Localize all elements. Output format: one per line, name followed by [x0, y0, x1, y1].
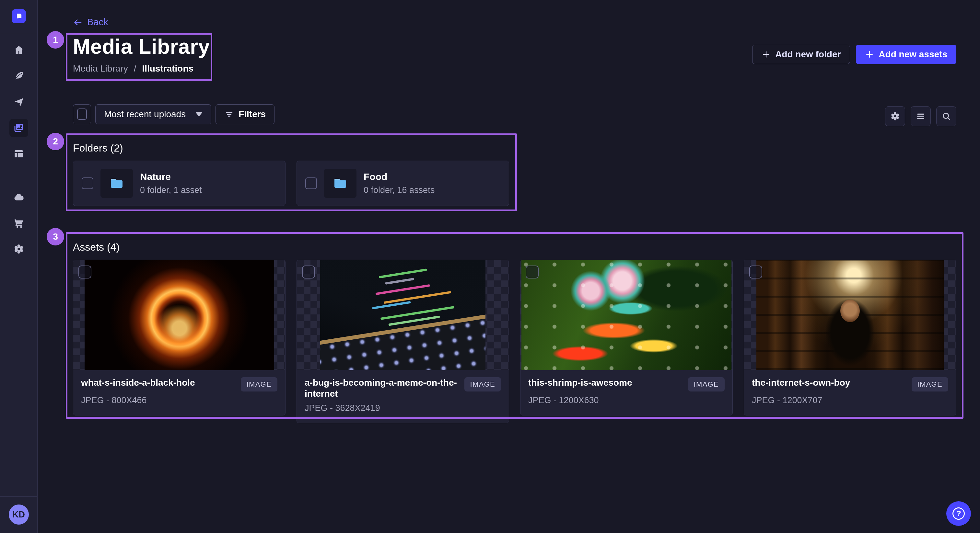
home-icon — [13, 44, 25, 56]
back-label: Back — [87, 17, 108, 27]
page-title: Media Library — [73, 35, 210, 58]
breadcrumb-parent[interactable]: Media Library — [73, 63, 128, 74]
paper-plane-icon — [13, 96, 25, 108]
sidebar-item-release[interactable] — [10, 93, 28, 111]
layout-icon — [13, 148, 25, 160]
folder-icon — [332, 176, 348, 191]
sidebar-item-marketplace[interactable] — [10, 214, 28, 232]
person-silhouette-art — [819, 286, 881, 370]
asset-card-internets-own-boy: the-internet-s-own-boy IMAGE JPEG - 1200… — [744, 260, 956, 416]
feather-icon — [13, 70, 25, 82]
sidebar-item-cloud[interactable] — [10, 188, 28, 206]
chevron-down-icon — [196, 112, 202, 117]
help-button[interactable]: ? — [946, 501, 971, 526]
asset-thumbnail[interactable] — [297, 260, 509, 370]
breadcrumb: Media Library / Illustrations — [73, 63, 210, 74]
filter-icon — [224, 109, 234, 119]
folder-text: Nature 0 folder, 1 asset — [140, 171, 202, 195]
sidebar-item-home[interactable] — [10, 41, 28, 59]
media-library-icon — [13, 122, 25, 134]
folder-card-food[interactable]: Food 0 folder, 16 assets — [296, 160, 509, 206]
asset-checkbox[interactable] — [302, 265, 315, 279]
sidebar-nav — [0, 34, 37, 258]
asset-name: what-s-inside-a-black-hole — [81, 377, 195, 388]
asset-name: a-bug-is-becoming-a-meme-on-the-internet — [305, 377, 458, 399]
main-content: Back Media Library Media Library / Illus… — [38, 0, 980, 423]
folders-section-title: Folders (2) — [73, 142, 956, 154]
folder-icon-tile — [100, 169, 133, 198]
cloud-icon — [13, 191, 25, 203]
title-block: Media Library Media Library / Illustrati… — [73, 35, 210, 74]
asset-checkbox[interactable] — [78, 265, 91, 279]
add-new-assets-button[interactable]: Add new assets — [856, 45, 956, 64]
plus-icon — [762, 50, 771, 59]
asset-meta: JPEG - 1200X630 — [528, 395, 725, 405]
sidebar-item-content-manager[interactable] — [10, 67, 28, 85]
folder-text: Food 0 folder, 16 assets — [364, 171, 434, 195]
search-button[interactable] — [936, 106, 956, 126]
cart-icon — [13, 217, 25, 229]
settings-view-button[interactable] — [885, 106, 905, 126]
asset-thumbnail[interactable] — [520, 260, 732, 370]
asset-info: this-shrimp-is-awesome IMAGE JPEG - 1200… — [520, 370, 732, 415]
sidebar-bottom-divider — [0, 497, 38, 497]
folder-meta: 0 folder, 16 assets — [364, 185, 434, 195]
filters-button[interactable]: Filters — [215, 104, 275, 124]
asset-thumbnail[interactable] — [73, 260, 285, 370]
list-icon — [915, 111, 926, 121]
asset-name: this-shrimp-is-awesome — [528, 377, 632, 388]
back-link[interactable]: Back — [73, 17, 108, 27]
sort-select-value: Most recent uploads — [104, 109, 186, 119]
breadcrumb-separator: / — [134, 63, 137, 74]
folder-meta: 0 folder, 1 asset — [140, 185, 202, 195]
add-new-folder-label: Add new folder — [775, 49, 841, 60]
folders-grid: Nature 0 folder, 1 asset Food 0 fol — [73, 160, 956, 206]
sort-select[interactable]: Most recent uploads — [95, 104, 211, 124]
back-arrow-icon — [73, 17, 83, 27]
select-all-checkbox-frame[interactable] — [73, 104, 91, 124]
asset-info: the-internet-s-own-boy IMAGE JPEG - 1200… — [744, 370, 956, 415]
mantis-shrimp-image — [522, 260, 732, 370]
folder-card-nature[interactable]: Nature 0 folder, 1 asset — [73, 160, 285, 206]
toolbar-left: Most recent uploads Filters — [73, 104, 275, 124]
select-all-checkbox[interactable] — [77, 108, 87, 120]
library-portrait-image — [756, 260, 944, 370]
search-icon — [941, 111, 951, 121]
sidebar-item-media-library[interactable] — [10, 119, 28, 137]
folder-checkbox[interactable] — [82, 178, 93, 189]
folder-checkbox[interactable] — [305, 178, 317, 189]
header-row: Media Library Media Library / Illustrati… — [73, 35, 956, 74]
toolbar-right — [885, 106, 956, 126]
asset-info: a-bug-is-becoming-a-meme-on-the-internet… — [297, 370, 509, 423]
avatar[interactable]: KD — [9, 504, 29, 525]
asset-meta: JPEG - 1200X707 — [752, 395, 948, 405]
asset-thumbnail[interactable] — [744, 260, 956, 370]
asset-info: what-s-inside-a-black-hole IMAGE JPEG - … — [73, 370, 285, 415]
asset-checkbox[interactable] — [526, 265, 539, 279]
sidebar-item-settings[interactable] — [10, 240, 28, 258]
speckles-art — [522, 260, 732, 370]
folders-section: Folders (2) Nature 0 folder, 1 asset — [73, 142, 956, 206]
folder-name: Nature — [140, 171, 202, 182]
assets-grid: what-s-inside-a-black-hole IMAGE JPEG - … — [73, 260, 956, 423]
asset-type-badge: IMAGE — [241, 377, 277, 392]
header-actions: Add new folder Add new assets — [752, 45, 956, 64]
black-hole-image — [84, 260, 274, 370]
add-new-folder-button[interactable]: Add new folder — [752, 45, 850, 64]
assets-section-title: Assets (4) — [73, 241, 956, 253]
asset-card-bug-meme: a-bug-is-becoming-a-meme-on-the-internet… — [296, 260, 509, 423]
strapi-logo[interactable] — [12, 9, 26, 23]
asset-meta: JPEG - 3628X2419 — [305, 403, 501, 413]
asset-card-black-hole: what-s-inside-a-black-hole IMAGE JPEG - … — [73, 260, 285, 416]
asset-name: the-internet-s-own-boy — [752, 377, 850, 388]
breadcrumb-current: Illustrations — [142, 63, 194, 74]
sidebar: KD — [0, 0, 38, 533]
help-icon: ? — [953, 508, 965, 520]
list-view-button[interactable] — [911, 106, 931, 126]
gear-icon — [13, 243, 25, 255]
add-new-assets-label: Add new assets — [878, 49, 947, 60]
folder-icon — [109, 176, 124, 191]
sidebar-bottom: KD — [0, 486, 37, 533]
asset-checkbox[interactable] — [749, 265, 762, 279]
sidebar-item-content-type-builder[interactable] — [10, 145, 28, 163]
